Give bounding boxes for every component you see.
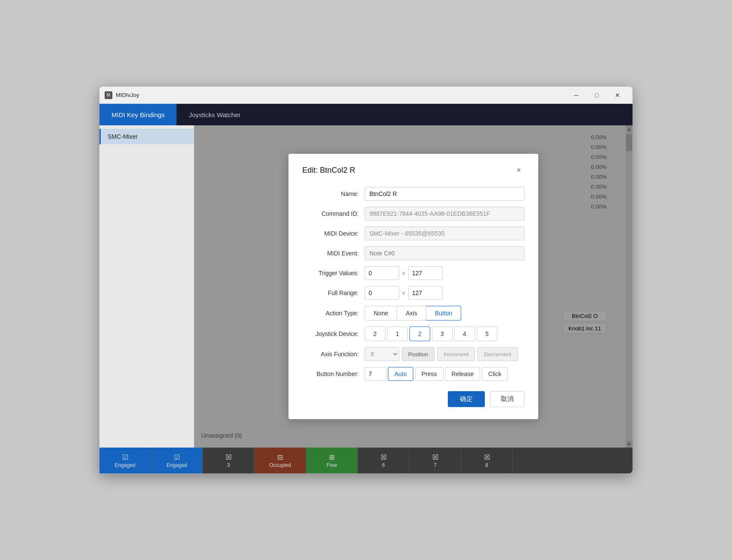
release-button[interactable]: Release (445, 367, 480, 381)
content-area: 0.00% 0.00% 0.00% 0.00% 0.00% 0.00% 0.00… (194, 125, 633, 448)
trigger-max-input[interactable] (408, 266, 443, 280)
minimize-button[interactable]: ─ (566, 88, 586, 102)
numbered-icon-3: ☒ (226, 453, 232, 461)
status-label-2: Engaged (166, 462, 187, 468)
joystick-device-group: 2 1 2 3 4 5 (365, 327, 524, 341)
status-item-3[interactable]: ☒ 3 (203, 448, 254, 473)
window-controls: ─ □ ✕ (566, 88, 627, 102)
sidebar-item-smc-mixer[interactable]: SMC-Mixer (99, 129, 194, 144)
action-type-group: None Axis Button (365, 306, 524, 320)
dialog-overlay: Edit: BtnCol2 R × Name: Command ID: (194, 125, 633, 448)
dialog-close-button[interactable]: × (513, 164, 524, 177)
command-id-row: Command ID: (302, 207, 524, 221)
engaged-icon-2: ☑ (174, 453, 180, 461)
dialog-header: Edit: BtnCol2 R × (302, 164, 524, 177)
sidebar: SMC-Mixer (99, 125, 194, 448)
axis-function-group: X Position Increment Decrement (365, 347, 524, 361)
status-item-6[interactable]: ☒ 6 (358, 448, 409, 473)
status-item-7[interactable]: ☒ 7 (409, 448, 461, 473)
app-title: MIDIvJoy (116, 92, 566, 98)
tab-midi-key-bindings[interactable]: MIDI Key Bindings (99, 104, 177, 125)
action-type-label: Action Type: (302, 310, 365, 317)
button-number-input[interactable] (365, 367, 386, 381)
status-label-8: 8 (485, 462, 488, 468)
confirm-button[interactable]: 确定 (448, 391, 485, 407)
joystick-5-button[interactable]: 5 (477, 327, 497, 341)
status-label-3: 3 (227, 462, 230, 468)
status-label-7: 7 (434, 462, 437, 468)
axis-select[interactable]: X (365, 347, 399, 361)
axis-function-row: Axis Function: X Position Increment Decr… (302, 347, 524, 361)
app-icon: M (105, 91, 112, 99)
midi-device-input (365, 227, 524, 240)
nav-tabs: MIDI Key Bindings Joysticks Watcher (99, 104, 633, 125)
midi-event-label: MIDI Event: (302, 250, 365, 257)
numbered-icon-6: ☒ (381, 453, 387, 461)
status-item-engaged-1[interactable]: ☑ Engaged (99, 448, 151, 473)
midi-event-row: MIDI Event: (302, 246, 524, 260)
full-range-row: Full Range: ∨ (302, 286, 524, 300)
name-label: Name: (302, 190, 365, 197)
free-icon: ⊞ (329, 453, 335, 461)
name-input[interactable] (365, 187, 524, 201)
trigger-arrow: ∨ (402, 270, 406, 276)
command-id-label: Command ID: (302, 210, 365, 217)
joystick-2-button[interactable]: 2 (409, 327, 430, 341)
numbered-icon-7: ☒ (432, 453, 438, 461)
button-number-group: Auto Press Release Click (365, 367, 524, 381)
joystick-1-button[interactable]: 1 (387, 327, 408, 341)
titlebar: M MIDIvJoy ─ □ ✕ (99, 87, 633, 104)
dialog-footer: 确定 取消 (302, 391, 524, 407)
edit-dialog: Edit: BtnCol2 R × Name: Command ID: (288, 154, 538, 419)
full-range-group: ∨ (365, 286, 524, 300)
trigger-values-group: ∨ (365, 266, 524, 280)
main-content: SMC-Mixer 0.00% 0.00% 0.00% 0.00% 0.00% … (99, 125, 633, 448)
trigger-min-input[interactable] (365, 266, 399, 280)
action-button-button[interactable]: Button (426, 306, 461, 320)
trigger-values-label: Trigger Values: (302, 270, 365, 277)
status-label-free: Free (326, 462, 337, 468)
button-number-label: Button Number: (302, 370, 365, 377)
engaged-icon-1: ☑ (122, 453, 128, 461)
midi-device-row: MIDI Device: (302, 227, 524, 240)
joystick-device-row: Joystick Device: 2 1 2 3 4 5 (302, 327, 524, 341)
numbered-icon-8: ☒ (484, 453, 490, 461)
trigger-values-row: Trigger Values: ∨ (302, 266, 524, 280)
increment-button[interactable]: Increment (437, 347, 475, 361)
midi-device-label: MIDI Device: (302, 230, 365, 237)
status-label-1: Engaged (115, 462, 135, 468)
position-button[interactable]: Position (402, 347, 434, 361)
statusbar: ☑ Engaged ☑ Engaged ☒ 3 ⊟ Occupied ⊞ Fre… (99, 448, 633, 473)
range-min-input[interactable] (365, 286, 399, 300)
button-number-row: Button Number: Auto Press Release Click (302, 367, 524, 381)
auto-button[interactable]: Auto (388, 367, 413, 381)
status-item-free[interactable]: ⊞ Free (306, 448, 358, 473)
status-item-occupied[interactable]: ⊟ Occupied (254, 448, 306, 473)
joystick-4-button[interactable]: 4 (454, 327, 475, 341)
action-type-row: Action Type: None Axis Button (302, 306, 524, 320)
occupied-icon: ⊟ (277, 453, 283, 461)
main-window: M MIDIvJoy ─ □ ✕ MIDI Key Bindings Joyst… (99, 86, 633, 474)
action-axis-button[interactable]: Axis (397, 306, 426, 320)
joystick-device-label: Joystick Device: (302, 330, 365, 337)
status-item-8[interactable]: ☒ 8 (461, 448, 513, 473)
maximize-button[interactable]: □ (587, 88, 607, 102)
action-none-button[interactable]: None (365, 306, 397, 320)
tab-joysticks-watcher[interactable]: Joysticks Watcher (177, 104, 252, 125)
axis-function-label: Axis Function: (302, 351, 365, 358)
decrement-button[interactable]: Decrement (478, 347, 518, 361)
name-row: Name: (302, 187, 524, 201)
joystick-default-button[interactable]: 2 (365, 327, 385, 341)
range-max-input[interactable] (408, 286, 443, 300)
midi-event-input (365, 246, 524, 260)
status-label-6: 6 (382, 462, 385, 468)
range-arrow: ∨ (402, 290, 406, 296)
command-id-input (365, 207, 524, 221)
close-button[interactable]: ✕ (608, 88, 627, 102)
press-button[interactable]: Press (415, 367, 444, 381)
full-range-label: Full Range: (302, 289, 365, 296)
cancel-button[interactable]: 取消 (490, 391, 524, 407)
status-item-engaged-2[interactable]: ☑ Engaged (151, 448, 203, 473)
joystick-3-button[interactable]: 3 (432, 327, 453, 341)
click-button[interactable]: Click (482, 367, 508, 381)
